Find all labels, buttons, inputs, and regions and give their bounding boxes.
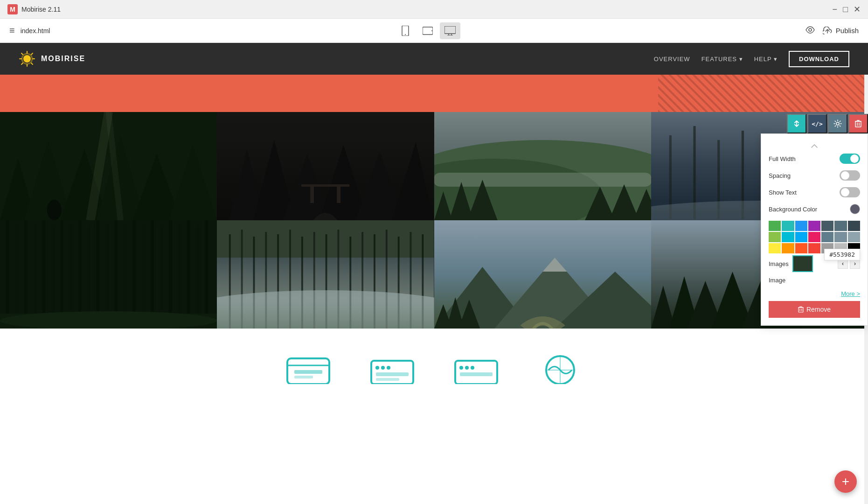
color-swatch-dark-grey[interactable]: [848, 221, 860, 231]
chevron-up-icon: [811, 144, 818, 148]
show-text-toggle[interactable]: [840, 187, 860, 197]
bg-color-swatch[interactable]: [850, 204, 860, 214]
remove-button[interactable]: Remove: [769, 301, 860, 318]
svg-rect-126: [855, 121, 861, 127]
main-toolbar: ≡ index.html: [0, 19, 868, 43]
show-text-row: Show Text: [769, 187, 860, 197]
delete-block-button[interactable]: [848, 114, 868, 133]
menu-button[interactable]: ≡: [9, 25, 15, 36]
color-swatch-green[interactable]: [769, 221, 781, 231]
svg-rect-4: [423, 27, 433, 35]
settings-panel: Full Width Spacing Show Text: [761, 133, 868, 326]
color-swatch-medium-grey[interactable]: [821, 232, 833, 242]
nav-overview[interactable]: OVERVIEW: [654, 56, 690, 63]
color-hex-tooltip: #553982: [824, 249, 860, 260]
feature-icon-2: [369, 351, 416, 384]
color-swatch-light-green[interactable]: [769, 232, 781, 242]
bottom-icon-4: [537, 351, 583, 384]
svg-rect-61: [6, 220, 9, 329]
svg-rect-133: [294, 370, 322, 374]
window-controls[interactable]: − □ ✕: [833, 5, 861, 14]
app-title: Mobirise 2.11: [21, 6, 61, 13]
full-width-row: Full Width: [769, 154, 860, 164]
full-width-label: Full Width: [769, 155, 796, 162]
bottom-section: [0, 329, 868, 398]
device-switcher[interactable]: [395, 22, 460, 39]
tablet-view-button[interactable]: [417, 22, 438, 39]
nav-features[interactable]: FEATURES ▾: [701, 56, 743, 63]
color-swatch-orange[interactable]: [782, 243, 794, 253]
gallery-image-5: [0, 220, 217, 329]
svg-line-18: [31, 63, 33, 64]
close-button[interactable]: ✕: [854, 5, 861, 14]
desktop-icon: [444, 26, 456, 35]
nav-download-button[interactable]: DOWNLOAD: [789, 51, 849, 67]
settings-block-button[interactable]: [828, 114, 847, 133]
spacing-label: Spacing: [769, 172, 791, 179]
gallery-cell-5: [0, 220, 217, 329]
show-text-label: Show Text: [769, 189, 797, 196]
desktop-view-button[interactable]: [440, 22, 460, 39]
bottom-icon-2: [369, 351, 416, 384]
color-swatch-teal[interactable]: [782, 221, 794, 231]
site-nav[interactable]: OVERVIEW FEATURES ▾ HELP ▾ DOWNLOAD: [654, 51, 849, 67]
image-thumbnail[interactable]: [792, 255, 813, 272]
svg-rect-37: [301, 184, 349, 187]
site-brand: MOBIRISE: [19, 50, 85, 67]
color-swatch-light-blue[interactable]: [795, 232, 807, 242]
bg-color-row: Background Color: [769, 204, 860, 214]
swap-block-button[interactable]: [787, 114, 806, 133]
settings-icon: [833, 119, 842, 128]
preview-button[interactable]: [805, 25, 815, 36]
color-swatch-purple[interactable]: [808, 221, 820, 231]
forest-overlay-5: [0, 220, 217, 329]
svg-rect-63: [24, 220, 27, 329]
svg-point-142: [459, 366, 463, 370]
color-swatch-yellow[interactable]: [769, 243, 781, 253]
app-logo-icon: M: [7, 4, 18, 14]
site-logo-icon: [19, 50, 35, 67]
swap-icon: [792, 119, 801, 128]
color-swatch-blue-grey-2[interactable]: [834, 221, 847, 231]
color-swatch-red[interactable]: [808, 243, 820, 253]
svg-point-136: [375, 366, 379, 370]
color-swatch-cyan[interactable]: [782, 232, 794, 242]
svg-rect-65: [42, 220, 45, 329]
svg-point-144: [471, 366, 474, 370]
color-swatch-blue[interactable]: [795, 221, 807, 231]
mobile-view-button[interactable]: [395, 22, 416, 39]
gallery-cell-1: [0, 112, 217, 220]
forest-overlay-3: [434, 112, 651, 220]
svg-point-10: [809, 28, 812, 31]
color-swatch-blue-grey[interactable]: [821, 221, 833, 231]
color-swatch-pink[interactable]: [808, 232, 820, 242]
gallery-grid: [0, 112, 868, 329]
svg-line-20: [21, 63, 23, 64]
svg-point-28: [47, 200, 62, 220]
fab-add-button[interactable]: +: [834, 470, 857, 493]
color-swatch-light-blue-grey[interactable]: [834, 232, 847, 242]
color-hex-value: #553982: [829, 251, 855, 258]
nav-help[interactable]: HELP ▾: [754, 56, 778, 63]
minimize-button[interactable]: −: [833, 5, 838, 14]
svg-rect-79: [169, 220, 172, 329]
upload-cloud-icon: [823, 27, 832, 35]
block-toolbar[interactable]: </>: [787, 114, 868, 133]
gallery-section: </>: [0, 112, 868, 329]
svg-rect-38: [311, 184, 314, 203]
bg-color-label: Background Color: [769, 206, 817, 213]
publish-button[interactable]: Publish: [823, 27, 859, 35]
spacing-toggle[interactable]: [840, 170, 860, 181]
svg-rect-6: [444, 26, 456, 34]
mobile-icon: [401, 26, 410, 36]
svg-point-3: [405, 34, 406, 35]
code-block-button[interactable]: </>: [807, 114, 827, 133]
publish-label: Publish: [836, 27, 859, 35]
color-swatch-deep-orange[interactable]: [795, 243, 807, 253]
maximize-button[interactable]: □: [843, 5, 848, 14]
more-link[interactable]: More >: [769, 290, 860, 297]
preview-area: MOBIRISE OVERVIEW FEATURES ▾ HELP ▾ DOWN…: [0, 43, 868, 504]
color-swatch-lighter-grey[interactable]: [848, 232, 860, 242]
full-width-toggle[interactable]: [840, 154, 860, 164]
svg-point-143: [465, 366, 469, 370]
